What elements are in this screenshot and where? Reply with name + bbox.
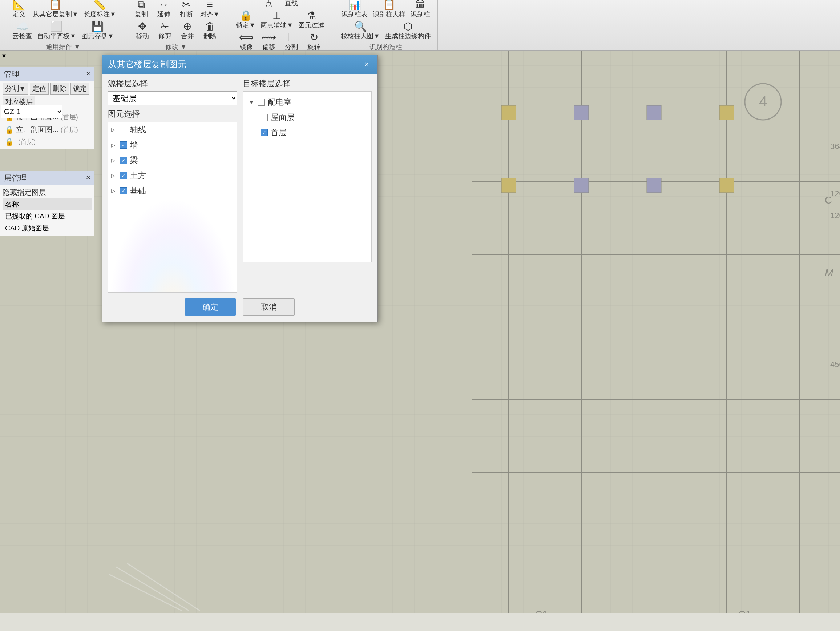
toolbar-group-label-identify: 识别构造柱 [369, 43, 402, 51]
panel-close-btn-2[interactable]: × [86, 173, 90, 183]
btn-ok[interactable]: 确定 [185, 299, 236, 316]
btn-move[interactable]: ✥ 移动 [131, 21, 153, 41]
tree-label-roof-floor: 屋面层 [271, 112, 295, 123]
btn-identify-column-table[interactable]: 📊 识别柱表 [339, 0, 370, 19]
checkbox-wall[interactable] [120, 141, 127, 149]
expand-arrow-earthwork[interactable]: ▷ [111, 172, 117, 179]
source-floor-select[interactable]: 基础层 首层 屋面层 配电室 [108, 91, 237, 105]
svg-text:3640: 3640 [830, 142, 840, 151]
svg-rect-14 [647, 105, 661, 120]
layer-mgmt-content: 隐藏指定图层 名称 已提取的 CAD 图层 CAD 原始图层 [0, 185, 94, 236]
target-floor-tree: ▼ 配电室 屋面层 首层 [243, 92, 371, 244]
tree-item-electric-room: ▼ 配电室 [248, 95, 367, 110]
panel-title-layer-mgmt: 层管理 × [0, 171, 94, 185]
btn-mirror[interactable]: ⟺ 镜像 [235, 32, 257, 52]
svg-text:C: C [825, 195, 832, 206]
element-item-axis: ▷ 轴线 [108, 122, 237, 138]
btn-lock[interactable]: 🔒 锁定▼ [234, 10, 257, 30]
btn-cancel[interactable]: 取消 [243, 299, 295, 316]
source-section-label: 源楼层选择 [108, 78, 237, 89]
dialog-source-panel: 源楼层选择 基础层 首层 屋面层 配电室 图元选择 ▷ 轴线 [108, 78, 237, 293]
status-bar [0, 613, 840, 631]
checkbox-foundation[interactable] [120, 187, 127, 195]
toolbar-group-modify: ⧉ 复制 ↔ 延伸 ✂ 打断 ≡ 对齐▼ ✥ 移动 ✁ 修剪 [126, 0, 227, 50]
btn-generate-column-edge[interactable]: ⬡ 生成柱边缘构件 [383, 21, 433, 41]
btn-element-filter[interactable]: ⚗ 图元过滤 [296, 10, 327, 30]
btn-cloud-check[interactable]: ☁️ 云检查 [10, 21, 34, 41]
svg-rect-19 [719, 178, 734, 193]
tree-arrow-electric[interactable]: ▼ [249, 99, 255, 105]
checkbox-electric-room[interactable] [257, 98, 265, 106]
expand-arrow-wall[interactable]: ▷ [111, 142, 117, 148]
toolbar-group-common: 📐 定义 📋 从其它层复制▼ 📏 长度标注▼ ☁️ 云检查 ⬜ 自动平齐板▼ [4, 0, 123, 50]
btn-element-save[interactable]: 💾 图元存盘▼ [79, 21, 116, 41]
dialog-close-button[interactable]: × [362, 59, 372, 70]
checkbox-first-floor[interactable] [261, 129, 268, 136]
element-label-wall: 墙 [130, 139, 138, 150]
svg-rect-15 [719, 105, 734, 120]
svg-rect-16 [501, 178, 516, 193]
btn-delete[interactable]: 🗑 删除 [199, 21, 221, 41]
dialog-titlebar[interactable]: 从其它楼层复制图元 × [102, 55, 377, 74]
btn-extend[interactable]: ↔ 延伸 [153, 0, 175, 19]
hide-layer-action[interactable]: 隐藏指定图层 [3, 187, 92, 198]
btn-merge[interactable]: ⊕ 合并 [177, 21, 198, 41]
tree-label-first-floor: 首层 [271, 127, 287, 138]
rainbow-decoration [108, 198, 237, 292]
panel-title-management: 管理 × [0, 67, 94, 81]
layer-select[interactable]: GZ-1 GZ-2 [1, 105, 63, 119]
btn-split[interactable]: ⊢ 分割 [281, 32, 302, 52]
btn-delete-2[interactable]: 删除 [50, 83, 69, 95]
expand-arrow-foundation[interactable]: ▷ [111, 188, 117, 194]
btn-locate[interactable]: 定位 [30, 83, 49, 95]
btn-line[interactable]: ╱ 直线 [281, 0, 302, 8]
btn-length-mark[interactable]: 📏 长度标注▼ [81, 0, 118, 19]
btn-identify-column[interactable]: 🏛 识别柱 [408, 0, 433, 19]
checkbox-roof-floor[interactable] [261, 114, 268, 121]
toolbar-group-label-common: 通用操作 ▼ [46, 43, 80, 51]
elements-list-panel: ▷ 轴线 ▷ 墙 ▷ 梁 ▷ [108, 122, 237, 293]
btn-lock-2[interactable]: 锁定 [71, 83, 89, 95]
btn-copy[interactable]: ⧉ 复制 [130, 0, 152, 19]
dialog-title: 从其它楼层复制图元 [108, 59, 186, 70]
elements-section-label: 图元选择 [108, 109, 237, 120]
svg-text:4500: 4500 [830, 360, 840, 369]
target-tree-panel: ▼ 配电室 屋面层 首层 [243, 91, 372, 262]
target-section-label: 目标楼层选择 [243, 78, 372, 89]
btn-trim[interactable]: ✁ 修剪 [154, 21, 176, 41]
panel-close-btn-1[interactable]: × [86, 69, 90, 79]
btn-define[interactable]: 📐 定义 [8, 0, 30, 19]
svg-rect-18 [647, 178, 661, 193]
btn-auto-align[interactable]: ⬜ 自动平齐板▼ [35, 21, 79, 41]
btn-check-column-big[interactable]: 🔍 校核柱大图▼ [339, 21, 382, 41]
btn-offset[interactable]: ⟿ 偏移 [258, 32, 280, 52]
layer-dropdown-arrow[interactable]: ▼ [1, 52, 7, 60]
table-row: 已提取的 CAD 图层 [3, 210, 92, 223]
svg-rect-13 [574, 105, 589, 120]
btn-two-point[interactable]: ⊥ 两点辅轴▼ [258, 10, 295, 30]
btn-rotate[interactable]: ↻ 旋转 [303, 32, 325, 52]
toolbar: 📐 定义 📋 从其它层复制▼ 📏 长度标注▼ ☁️ 云检查 ⬜ 自动平齐板▼ [0, 0, 840, 51]
element-item-earthwork: ▷ 土方 [108, 168, 237, 183]
checkbox-axis[interactable] [120, 126, 127, 133]
element-label-foundation: 基础 [130, 185, 146, 196]
btn-break[interactable]: ✂ 打断 [175, 0, 197, 19]
table-header-name: 名称 [3, 198, 92, 210]
element-label-earthwork: 土方 [130, 170, 146, 181]
layer-mgmt-panel-2: 层管理 × 隐藏指定图层 名称 已提取的 CAD 图层 CAD 原始图层 [0, 171, 95, 236]
btn-point[interactable]: • 点 [258, 0, 280, 8]
btn-align[interactable]: ≡ 对齐▼ [198, 0, 222, 19]
tree-label-electric-room: 配电室 [268, 97, 292, 108]
expand-arrow-beam[interactable]: ▷ [111, 157, 117, 163]
toolbar-group-identify: 📊 识别柱表 📋 识别柱大样 🏛 识别柱 🔍 校核柱大图▼ ⬡ 生成柱边缘构件 … [334, 0, 438, 50]
btn-identify-column-detail[interactable]: 📋 识别柱大样 [371, 0, 407, 19]
dialog-target-panel: 目标楼层选择 ▼ 配电室 屋面层 [243, 78, 372, 293]
svg-rect-17 [574, 178, 589, 193]
svg-text:M: M [825, 267, 834, 278]
svg-text:4: 4 [759, 93, 767, 109]
checkbox-beam[interactable] [120, 157, 127, 164]
expand-arrow-axis[interactable]: ▷ [111, 127, 117, 133]
btn-copy-from-layer[interactable]: 📋 从其它层复制▼ [30, 0, 81, 19]
btn-split-2[interactable]: 分割▼ [3, 83, 28, 95]
checkbox-earthwork[interactable] [120, 172, 127, 179]
